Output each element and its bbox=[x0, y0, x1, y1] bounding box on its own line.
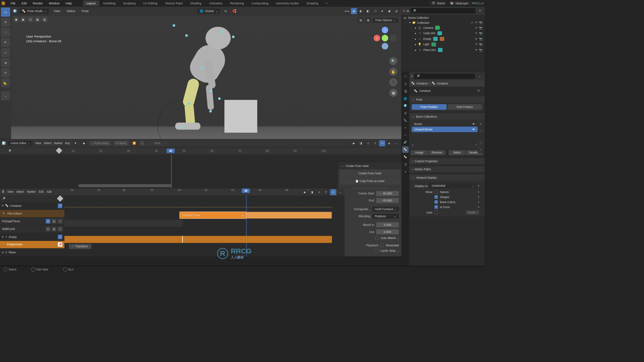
tab-uv-editing[interactable]: UV Editing bbox=[140, 0, 161, 6]
disclosure-icon[interactable]: ▸ bbox=[415, 43, 417, 46]
ol-item-camera[interactable]: ▸🎥Camera👁📷 bbox=[401, 25, 485, 31]
nla-warn-icon[interactable]: ⚠ bbox=[316, 189, 322, 195]
vp-menu-pose[interactable]: Pose bbox=[80, 9, 91, 13]
ptab-physics[interactable]: ⚛ bbox=[402, 132, 409, 138]
ortho-icon[interactable]: ▦ bbox=[389, 89, 397, 97]
frame-start-field[interactable]: 40.000 bbox=[376, 191, 399, 196]
filter-icon[interactable]: ▽ bbox=[477, 8, 483, 14]
tool-measure[interactable]: 📐 bbox=[1, 78, 10, 87]
ae-menu-marker[interactable]: Marker bbox=[54, 142, 63, 145]
track-pickup-throw[interactable]: Pickup&Throw☑🗀☆ bbox=[0, 218, 64, 225]
blend-out-field[interactable]: 0.000 bbox=[376, 229, 399, 234]
editor-type-icon[interactable]: ≡ bbox=[411, 75, 413, 78]
nla-timeline[interactable]: 32 34 36 38 40 42 44 46 48 50 45 ▶ ◨ ⚠ ▽… bbox=[64, 188, 401, 256]
ae-menu-more[interactable]: ⌄ bbox=[393, 140, 399, 146]
track-pin[interactable]: 📌 bbox=[58, 242, 62, 247]
ol-item-cube[interactable]: ▸▽Cube.004👁📷 bbox=[401, 31, 485, 36]
ol-collection[interactable]: ▾📁Collection☑👁📷 bbox=[401, 20, 485, 25]
display-as-dropdown[interactable]: Octahedral⌄ bbox=[429, 183, 477, 188]
pan-icon[interactable]: ✋ bbox=[389, 68, 397, 76]
bone-colors-checkbox[interactable] bbox=[434, 200, 438, 204]
assign-button[interactable]: Assign bbox=[411, 150, 428, 155]
push-down-button[interactable]: ↓ Push Down bbox=[90, 141, 111, 145]
auto-blend-checkbox[interactable] bbox=[375, 236, 379, 240]
disclosure-icon[interactable]: ▾ bbox=[2, 204, 4, 207]
ae-filter3-icon[interactable]: ▽ bbox=[372, 140, 378, 146]
ptab-bone-constraint[interactable]: ⛓ bbox=[402, 161, 409, 168]
ol-item-light[interactable]: ▸💡Light👁📷 bbox=[401, 42, 485, 47]
gizmo-neg-z[interactable] bbox=[382, 43, 388, 50]
clip-walkcycle[interactable] bbox=[64, 220, 183, 227]
ptab-particles[interactable]: ✦ bbox=[402, 124, 409, 131]
disclosure-icon[interactable]: ▾ bbox=[2, 235, 4, 239]
transform-dropdown[interactable]: ›Transform bbox=[69, 244, 91, 249]
ol-item-plane[interactable]: ▸▽Plane.001👁📷 bbox=[401, 47, 485, 53]
pose-options-dropdown[interactable]: Pose Options ⌄ bbox=[373, 18, 398, 22]
track-walkcycle[interactable]: WalkCycle☐🗀☆ bbox=[0, 225, 64, 233]
sec-bone-collections[interactable]: ⌄Bone Collections bbox=[409, 113, 485, 120]
render-icon[interactable]: 📷 bbox=[479, 48, 483, 52]
tab-layout[interactable]: Layout bbox=[83, 0, 99, 6]
menu-edit[interactable]: Edit bbox=[19, 1, 30, 6]
track-star[interactable]: ☆ bbox=[58, 227, 62, 231]
tool-scale[interactable]: ⤢ bbox=[1, 48, 10, 57]
clip-empty-action[interactable] bbox=[64, 236, 332, 243]
bc-item[interactable]: Armature bbox=[416, 82, 428, 85]
eye-icon[interactable]: 👁 bbox=[475, 48, 478, 52]
eye-icon[interactable]: 👁 bbox=[475, 37, 478, 41]
menu-window[interactable]: Window bbox=[46, 1, 62, 6]
orientation-dropdown[interactable]: 🌐Global⌄ bbox=[197, 9, 220, 14]
position-field[interactable]: Positi... bbox=[466, 210, 479, 215]
ae-sel-box[interactable]: ◨ bbox=[358, 140, 364, 146]
coll-up-button[interactable]: ˄ bbox=[478, 140, 484, 146]
tab-modeling[interactable]: Modeling bbox=[100, 0, 119, 6]
in-front-checkbox[interactable] bbox=[434, 205, 438, 209]
track-armature[interactable]: ▾🦴Armature☑ bbox=[0, 202, 64, 210]
sec-motion-paths[interactable]: ›Motion Paths bbox=[409, 166, 485, 172]
nla-menu-marker[interactable]: Marker bbox=[27, 190, 36, 193]
render-icon[interactable]: 📷 bbox=[479, 37, 483, 41]
names-checkbox[interactable] bbox=[434, 190, 438, 194]
prop-options[interactable]: ⌄ bbox=[477, 73, 483, 79]
mode-dropdown[interactable]: 🦴Pose Mode⌄ bbox=[19, 9, 49, 14]
select-mode-2[interactable]: ▣ bbox=[20, 16, 26, 22]
track-pin[interactable]: ☑ bbox=[58, 203, 62, 208]
create-pose-asset-button[interactable]: Create Pose Asset bbox=[340, 170, 400, 177]
gizmo-z-axis[interactable]: Z bbox=[382, 27, 388, 34]
tab-shading[interactable]: Shading bbox=[187, 0, 205, 6]
rest-position-button[interactable]: Rest Position bbox=[447, 104, 482, 110]
disclosure-icon[interactable]: ▸ bbox=[415, 37, 417, 41]
eye-icon[interactable]: 👁 bbox=[472, 128, 475, 131]
select-mode-3[interactable]: ◫ bbox=[27, 16, 33, 22]
blending-dropdown[interactable]: Replace⌄ bbox=[372, 214, 399, 219]
bone-coll-bones[interactable]: Bones👁 bbox=[412, 121, 477, 127]
ae-add-button[interactable]: + bbox=[140, 141, 145, 145]
new-action-button[interactable]: New bbox=[147, 141, 168, 145]
select-mode-1[interactable]: ◼ bbox=[13, 16, 19, 22]
nla-more[interactable]: ⌄ bbox=[337, 189, 343, 195]
shield-icon[interactable]: 🛡 bbox=[477, 89, 480, 93]
scene-selector[interactable]: 🎬Scene bbox=[430, 1, 447, 5]
tool-select-box[interactable]: ▭ bbox=[1, 8, 10, 17]
ae-timeline-ruler[interactable]: 🔎 10 20 30 40 50 60 70 80 90 100 45 bbox=[0, 147, 401, 155]
clip-pickup-throw[interactable]: Pickup&Throw ▸ bbox=[179, 212, 246, 219]
vp-menu-view[interactable]: View bbox=[52, 9, 62, 13]
ae-body[interactable]: ⌄Create Pose Asset Create Pose Asset 📋 C… bbox=[0, 155, 401, 188]
nla-menu-edit[interactable]: Edit bbox=[39, 190, 44, 193]
shading-material-icon[interactable]: ◉ bbox=[386, 8, 392, 14]
app-logo-icon[interactable] bbox=[1, 1, 6, 6]
shading-wire-icon[interactable]: ⬡ bbox=[372, 8, 378, 14]
track-solo[interactable]: ☑ bbox=[46, 219, 50, 224]
eye-icon[interactable]: 👁 bbox=[475, 43, 478, 46]
ptab-constraints[interactable]: 🔗 bbox=[402, 139, 409, 146]
editor-type-icon[interactable]: 🧊 bbox=[13, 9, 17, 13]
select-button[interactable]: Select bbox=[448, 150, 466, 155]
navigation-gizmo[interactable]: Z X Y bbox=[374, 27, 396, 50]
search-icon[interactable]: 🔎 bbox=[8, 149, 11, 153]
blend-in-field[interactable]: 3.300 bbox=[376, 222, 399, 227]
shading-render-icon[interactable]: ◎ bbox=[393, 8, 399, 14]
ae-marker-icon[interactable]: ◈ bbox=[386, 140, 392, 146]
gizmo-x-axis[interactable]: X bbox=[374, 35, 380, 42]
ptab-modifiers[interactable]: 🔧 bbox=[402, 117, 409, 124]
vp-opt2[interactable]: ▧ bbox=[365, 17, 371, 23]
